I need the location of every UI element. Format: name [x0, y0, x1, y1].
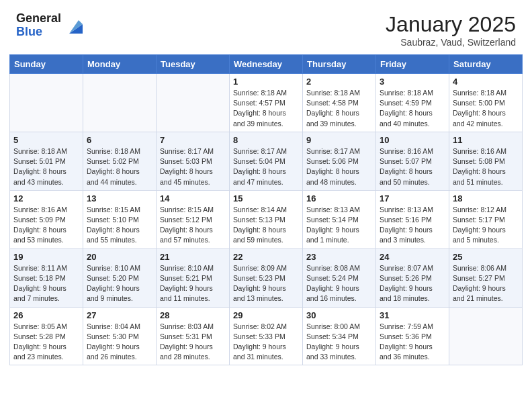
calendar-cell: 4Sunrise: 8:18 AMSunset: 5:00 PMDaylight…	[449, 74, 523, 132]
day-number: 8	[233, 135, 299, 145]
calendar-cell: 24Sunrise: 8:07 AMSunset: 5:26 PMDayligh…	[376, 248, 449, 307]
day-info: Sunrise: 8:18 AMSunset: 4:59 PMDaylight:…	[380, 88, 445, 129]
day-info: Sunrise: 8:17 AMSunset: 5:03 PMDaylight:…	[160, 146, 226, 187]
calendar-cell: 10Sunrise: 8:16 AMSunset: 5:07 PMDayligh…	[376, 132, 449, 190]
day-number: 20	[87, 252, 152, 262]
header: General Blue January 2025 Saubraz, Vaud,…	[0, 0, 532, 54]
day-info: Sunrise: 8:08 AMSunset: 5:24 PMDaylight:…	[306, 263, 372, 304]
day-number: 29	[233, 310, 299, 320]
page: General Blue January 2025 Saubraz, Vaud,…	[0, 0, 532, 411]
calendar-cell: 28Sunrise: 8:03 AMSunset: 5:31 PMDayligh…	[157, 307, 230, 365]
calendar-cell: 19Sunrise: 8:11 AMSunset: 5:18 PMDayligh…	[10, 248, 83, 307]
calendar-cell	[83, 74, 157, 132]
calendar-cell: 5Sunrise: 8:18 AMSunset: 5:01 PMDaylight…	[10, 132, 83, 190]
day-number: 3	[380, 77, 445, 87]
day-info: Sunrise: 8:17 AMSunset: 5:04 PMDaylight:…	[233, 146, 299, 187]
day-info: Sunrise: 8:07 AMSunset: 5:26 PMDaylight:…	[380, 263, 445, 304]
day-number: 2	[306, 77, 372, 87]
day-info: Sunrise: 8:10 AMSunset: 5:20 PMDaylight:…	[87, 263, 152, 304]
day-number: 16	[306, 193, 372, 203]
day-number: 4	[453, 77, 519, 87]
day-number: 28	[160, 310, 226, 320]
day-number: 5	[13, 135, 79, 145]
calendar-cell: 18Sunrise: 8:12 AMSunset: 5:17 PMDayligh…	[449, 190, 523, 248]
calendar-cell: 2Sunrise: 8:18 AMSunset: 4:58 PMDaylight…	[303, 74, 376, 132]
day-number: 17	[380, 193, 445, 203]
week-row-2: 5Sunrise: 8:18 AMSunset: 5:01 PMDaylight…	[10, 132, 523, 190]
calendar-cell: 3Sunrise: 8:18 AMSunset: 4:59 PMDaylight…	[376, 74, 449, 132]
month-title: January 2025	[386, 12, 516, 37]
calendar-cell: 12Sunrise: 8:16 AMSunset: 5:09 PMDayligh…	[10, 190, 83, 248]
day-number: 11	[453, 135, 519, 145]
day-number: 26	[13, 310, 79, 320]
calendar-cell: 20Sunrise: 8:10 AMSunset: 5:20 PMDayligh…	[83, 248, 157, 307]
day-number: 27	[87, 310, 152, 320]
calendar-cell: 6Sunrise: 8:18 AMSunset: 5:02 PMDaylight…	[83, 132, 157, 190]
logo-general: General	[16, 12, 61, 26]
calendar-cell: 30Sunrise: 8:00 AMSunset: 5:34 PMDayligh…	[303, 307, 376, 365]
day-info: Sunrise: 7:59 AMSunset: 5:36 PMDaylight:…	[380, 322, 445, 363]
day-info: Sunrise: 8:13 AMSunset: 5:14 PMDaylight:…	[306, 205, 372, 246]
calendar-cell: 23Sunrise: 8:08 AMSunset: 5:24 PMDayligh…	[303, 248, 376, 307]
day-info: Sunrise: 8:15 AMSunset: 5:12 PMDaylight:…	[160, 205, 226, 246]
col-header-thursday: Thursday	[303, 55, 376, 74]
calendar-cell: 31Sunrise: 7:59 AMSunset: 5:36 PMDayligh…	[376, 307, 449, 365]
week-row-5: 26Sunrise: 8:05 AMSunset: 5:28 PMDayligh…	[10, 307, 523, 365]
col-header-saturday: Saturday	[449, 55, 523, 74]
calendar-cell: 7Sunrise: 8:17 AMSunset: 5:03 PMDaylight…	[157, 132, 230, 190]
week-row-1: 1Sunrise: 8:18 AMSunset: 4:57 PMDaylight…	[10, 74, 523, 132]
col-header-sunday: Sunday	[10, 55, 83, 74]
day-number: 1	[233, 77, 299, 87]
calendar-cell: 8Sunrise: 8:17 AMSunset: 5:04 PMDaylight…	[230, 132, 303, 190]
calendar-cell: 25Sunrise: 8:06 AMSunset: 5:27 PMDayligh…	[449, 248, 523, 307]
day-info: Sunrise: 8:10 AMSunset: 5:21 PMDaylight:…	[160, 263, 226, 304]
day-info: Sunrise: 8:14 AMSunset: 5:13 PMDaylight:…	[233, 205, 299, 246]
day-info: Sunrise: 8:09 AMSunset: 5:23 PMDaylight:…	[233, 263, 299, 304]
calendar-cell: 26Sunrise: 8:05 AMSunset: 5:28 PMDayligh…	[10, 307, 83, 365]
calendar-cell: 1Sunrise: 8:18 AMSunset: 4:57 PMDaylight…	[230, 74, 303, 132]
day-number: 25	[453, 252, 519, 262]
day-number: 31	[380, 310, 445, 320]
day-info: Sunrise: 8:02 AMSunset: 5:33 PMDaylight:…	[233, 322, 299, 363]
day-info: Sunrise: 8:16 AMSunset: 5:08 PMDaylight:…	[453, 146, 519, 187]
header-row: SundayMondayTuesdayWednesdayThursdayFrid…	[10, 55, 523, 74]
day-number: 14	[160, 193, 226, 203]
calendar-cell: 17Sunrise: 8:13 AMSunset: 5:16 PMDayligh…	[376, 190, 449, 248]
day-number: 19	[13, 252, 79, 262]
logo-blue: Blue	[16, 26, 61, 39]
calendar-cell: 14Sunrise: 8:15 AMSunset: 5:12 PMDayligh…	[157, 190, 230, 248]
calendar-cell: 27Sunrise: 8:04 AMSunset: 5:30 PMDayligh…	[83, 307, 157, 365]
day-info: Sunrise: 8:16 AMSunset: 5:09 PMDaylight:…	[13, 205, 79, 246]
calendar-cell: 15Sunrise: 8:14 AMSunset: 5:13 PMDayligh…	[230, 190, 303, 248]
day-number: 30	[306, 310, 372, 320]
logo: General Blue	[16, 12, 85, 39]
day-info: Sunrise: 8:18 AMSunset: 5:00 PMDaylight:…	[453, 88, 519, 129]
calendar-cell: 13Sunrise: 8:15 AMSunset: 5:10 PMDayligh…	[83, 190, 157, 248]
day-number: 10	[380, 135, 445, 145]
calendar-cell: 16Sunrise: 8:13 AMSunset: 5:14 PMDayligh…	[303, 190, 376, 248]
day-info: Sunrise: 8:05 AMSunset: 5:28 PMDaylight:…	[13, 322, 79, 363]
col-header-tuesday: Tuesday	[157, 55, 230, 74]
calendar-table: SundayMondayTuesdayWednesdayThursdayFrid…	[9, 54, 523, 365]
day-info: Sunrise: 8:13 AMSunset: 5:16 PMDaylight:…	[380, 205, 445, 246]
day-info: Sunrise: 8:17 AMSunset: 5:06 PMDaylight:…	[306, 146, 372, 187]
calendar-cell: 29Sunrise: 8:02 AMSunset: 5:33 PMDayligh…	[230, 307, 303, 365]
col-header-friday: Friday	[376, 55, 449, 74]
day-info: Sunrise: 8:04 AMSunset: 5:30 PMDaylight:…	[87, 322, 152, 363]
calendar-cell: 11Sunrise: 8:16 AMSunset: 5:08 PMDayligh…	[449, 132, 523, 190]
day-number: 21	[160, 252, 226, 262]
day-info: Sunrise: 8:16 AMSunset: 5:07 PMDaylight:…	[380, 146, 445, 187]
day-number: 6	[87, 135, 152, 145]
day-number: 23	[306, 252, 372, 262]
day-info: Sunrise: 8:18 AMSunset: 4:57 PMDaylight:…	[233, 88, 299, 129]
day-info: Sunrise: 8:00 AMSunset: 5:34 PMDaylight:…	[306, 322, 372, 363]
day-number: 18	[453, 193, 519, 203]
title-block: January 2025 Saubraz, Vaud, Switzerland	[386, 12, 516, 48]
calendar-cell	[157, 74, 230, 132]
day-number: 22	[233, 252, 299, 262]
col-header-wednesday: Wednesday	[230, 55, 303, 74]
day-info: Sunrise: 8:03 AMSunset: 5:31 PMDaylight:…	[160, 322, 226, 363]
logo-text: General Blue	[16, 12, 61, 39]
day-info: Sunrise: 8:06 AMSunset: 5:27 PMDaylight:…	[453, 263, 519, 304]
week-row-3: 12Sunrise: 8:16 AMSunset: 5:09 PMDayligh…	[10, 190, 523, 248]
